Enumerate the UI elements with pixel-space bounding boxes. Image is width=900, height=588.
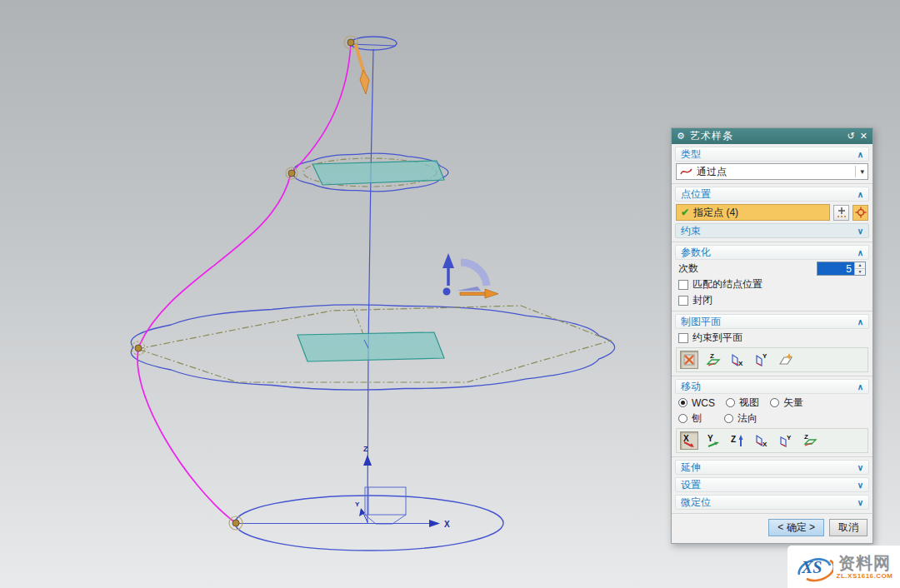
- spline-points[interactable]: [132, 36, 358, 530]
- constrain-to-plane-checkbox[interactable]: [678, 333, 688, 343]
- vector-radio[interactable]: [770, 398, 779, 407]
- xs-logo-icon: XS: [795, 550, 833, 585]
- move-handle-set[interactable]: [442, 253, 498, 298]
- constrain-to-plane-label: 约束到平面: [692, 331, 742, 345]
- dialog-titlebar[interactable]: ⚙ 艺术样条 ↺ ✕: [672, 128, 872, 144]
- constraint-bar-label: 约束: [681, 224, 701, 238]
- group-header-extension[interactable]: 延伸 ∨: [675, 460, 869, 475]
- group-header-type[interactable]: 类型 ∧: [675, 147, 869, 162]
- wcs-radio[interactable]: [678, 398, 688, 407]
- xy-plane-button[interactable]: Z: [704, 351, 722, 369]
- application-window: X Z Y: [0, 0, 900, 588]
- match-knots-label: 匹配的结点位置: [692, 277, 762, 292]
- vertical-axis-line[interactable]: [368, 49, 373, 523]
- chevron-up-icon[interactable]: ∧: [858, 248, 863, 257]
- axis-letter: Z: [804, 433, 808, 441]
- csys-z-plane-icon: Z: [802, 432, 818, 449]
- xz-plane-button[interactable]: Y: [752, 351, 771, 369]
- chevron-down-icon[interactable]: ∨: [858, 481, 863, 490]
- chevron-up-icon[interactable]: ∧: [858, 190, 863, 199]
- chevron-down-icon[interactable]: ∨: [858, 498, 863, 507]
- snap-point-button[interactable]: [852, 205, 868, 221]
- parameterization-header-label: 参数化: [681, 246, 711, 260]
- x-axis-label: X: [444, 520, 450, 529]
- plane-icon-letter: X: [738, 360, 743, 367]
- move-z-button[interactable]: Z: [728, 431, 747, 450]
- divider: [672, 311, 872, 311]
- group-header-settings[interactable]: 设置 ∨: [675, 477, 869, 492]
- big-datum-plane[interactable]: [298, 332, 444, 361]
- cancel-button[interactable]: 取消: [829, 519, 868, 536]
- specify-point-field[interactable]: ✔ 指定点 (4): [676, 204, 830, 221]
- move-y-button[interactable]: Y: [704, 431, 722, 450]
- closed-label: 封闭: [692, 293, 712, 307]
- move-xy-plane-button[interactable]: Z: [801, 431, 819, 450]
- z-axis-arrowhead: [363, 455, 372, 466]
- ok-button[interactable]: < 确定 >: [768, 519, 824, 536]
- move-yz-plane-button[interactable]: X: [752, 431, 771, 450]
- move-y-icon: Y: [705, 432, 722, 449]
- plane-constructor-icon: [778, 351, 794, 368]
- spin-up-icon[interactable]: ▲: [855, 262, 865, 269]
- close-icon[interactable]: ✕: [860, 132, 868, 141]
- move-x-button[interactable]: X: [680, 431, 698, 450]
- divider: [672, 376, 872, 376]
- move-x-icon: X: [681, 432, 698, 449]
- crosshair-icon: [855, 207, 867, 218]
- xz-plane-icon: Y: [753, 351, 770, 368]
- chevron-down-icon[interactable]: ∨: [858, 227, 863, 236]
- reset-icon[interactable]: ↺: [848, 132, 855, 141]
- x-axis-arrowhead: [429, 520, 440, 527]
- chevron-up-icon[interactable]: ∧: [858, 150, 863, 159]
- wireframe-box[interactable]: [365, 487, 406, 524]
- group-header-micro-positioning[interactable]: 微定位 ∨: [675, 495, 869, 510]
- studio-spline-dialog: ⚙ 艺术样条 ↺ ✕ 类型 ∧ 通过点 ▾ 点位置 ∧ ✔ 指定点 (4): [671, 127, 873, 544]
- chevron-up-icon[interactable]: ∧: [858, 382, 863, 391]
- constraint-subgroup-bar[interactable]: 约束 ∨: [675, 223, 869, 238]
- yz-plane-button[interactable]: X: [728, 351, 747, 369]
- mid-datum-plane[interactable]: [312, 161, 444, 185]
- tangent-handle-arrow[interactable]: [356, 46, 369, 94]
- degree-spinner[interactable]: 5 ▲ ▼: [817, 262, 866, 276]
- watermark-badge: XS 资料网 ZL.XS1616.COM: [788, 546, 900, 588]
- y-axis-label: Y: [355, 501, 360, 508]
- type-dropdown[interactable]: 通过点 ▾: [676, 163, 868, 180]
- plane-icon-letter: Z: [710, 352, 714, 360]
- plane-dialog-button[interactable]: [777, 351, 795, 369]
- handle-flat-arrow[interactable]: [457, 287, 481, 291]
- group-header-drawing-plane[interactable]: 制图平面 ∧: [675, 314, 869, 329]
- spin-down-icon[interactable]: ▼: [855, 269, 865, 275]
- move-xz-plane-button[interactable]: Y: [777, 431, 795, 450]
- type-header-label: 类型: [681, 147, 701, 162]
- view-radio[interactable]: [726, 398, 735, 407]
- group-header-parameterization[interactable]: 参数化 ∧: [675, 245, 869, 260]
- chevron-up-icon[interactable]: ∧: [858, 317, 863, 326]
- yz-plane-icon: X: [729, 351, 746, 368]
- chevron-down-icon[interactable]: ∨: [858, 463, 863, 472]
- csys-x-plane-icon: X: [753, 432, 770, 449]
- group-header-point-position[interactable]: 点位置 ∧: [675, 187, 869, 202]
- settings-header-label: 设置: [681, 478, 701, 492]
- dash-leader-line: [353, 308, 364, 336]
- group-header-move[interactable]: 移动 ∧: [675, 379, 869, 394]
- match-knots-checkbox[interactable]: [678, 280, 688, 290]
- watermark-site-name: 资料网: [838, 555, 891, 571]
- handle-rotate-arc[interactable]: [461, 262, 487, 286]
- degree-value[interactable]: 5: [818, 262, 854, 275]
- no-plane-button[interactable]: [680, 351, 698, 369]
- spline-curve[interactable]: [138, 42, 351, 523]
- point-position-header-label: 点位置: [681, 187, 711, 202]
- drawing-plane-icon-strip: Z X Y: [676, 347, 868, 372]
- specify-point-label: 指定点 (4): [693, 206, 738, 220]
- spline-point-2[interactable]: [286, 167, 298, 179]
- dropdown-arrow-icon[interactable]: ▾: [855, 166, 864, 177]
- move-icon-strip: X Y Z: [676, 428, 868, 453]
- normal-radio[interactable]: [724, 414, 733, 423]
- handle-origin-ball[interactable]: [443, 288, 451, 296]
- point-dialog-button[interactable]: [833, 205, 849, 221]
- move-z-icon: Z: [729, 432, 746, 449]
- plane-radio-label: 刨: [692, 411, 702, 426]
- plane-radio[interactable]: [678, 414, 688, 423]
- handle-up-arrowhead[interactable]: [442, 253, 454, 268]
- closed-checkbox[interactable]: [678, 296, 688, 306]
